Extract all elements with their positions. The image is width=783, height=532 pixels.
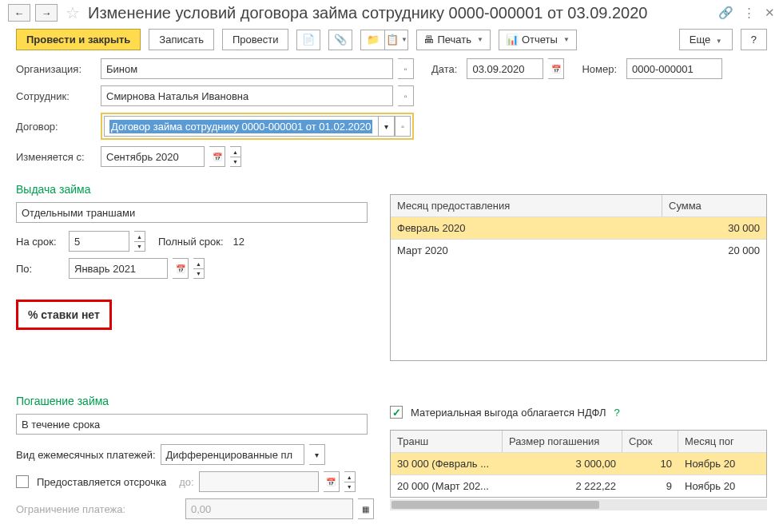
changes-calendar-icon[interactable]: 📅 xyxy=(209,146,225,167)
reports-button[interactable]: 📊 Отчеты▼ xyxy=(499,30,577,50)
back-button[interactable]: ← xyxy=(8,4,30,22)
contract-dropdown-icon[interactable]: ▾ xyxy=(379,116,395,137)
calendar-icon[interactable]: 📅 xyxy=(548,58,564,79)
employee-open-icon[interactable]: ▫ xyxy=(398,85,414,106)
full-term-value: 12 xyxy=(229,231,289,252)
link-icon[interactable]: 🔗 xyxy=(718,6,733,20)
th-sum[interactable]: Сумма xyxy=(662,195,766,216)
full-term-label: Полный срок: xyxy=(158,236,224,248)
date-label: Дата: xyxy=(431,63,457,75)
th-repay-month[interactable]: Месяц пог xyxy=(678,431,766,452)
contract-open-icon[interactable]: ▫ xyxy=(395,116,411,137)
contract-field: Договор займа сотруднику 0000-000001 от … xyxy=(101,113,414,140)
until-input[interactable]: Январь 2021 xyxy=(69,258,168,279)
term-input[interactable]: 5 xyxy=(69,231,129,252)
kebab-icon[interactable]: ⋮ xyxy=(743,6,755,20)
submit-button[interactable]: Провести xyxy=(222,29,289,50)
until-label: По: xyxy=(16,263,64,275)
more-button[interactable]: Еще ▼ xyxy=(679,29,733,50)
page-title: Изменение условий договора займа сотрудн… xyxy=(88,4,713,22)
contract-label: Договор: xyxy=(16,121,96,133)
horizontal-scrollbar[interactable] xyxy=(390,499,767,510)
org-label: Организация: xyxy=(16,63,96,75)
forward-button[interactable]: → xyxy=(35,4,58,22)
table-row[interactable]: 20 000 (Март 202... 2 222,22 9 Ноябрь 20 xyxy=(391,474,766,497)
pay-type-input[interactable]: Дифференцированные пл xyxy=(161,444,304,465)
term-label: На срок: xyxy=(16,236,64,248)
th-month[interactable]: Месяц предоставления xyxy=(391,195,662,216)
term-spinner[interactable]: ▲▼ xyxy=(134,231,145,252)
no-rate-box: % ставки нет xyxy=(16,300,112,330)
repay-table: Транш Размер погашения Срок Месяц пог 30… xyxy=(390,430,767,498)
save-button[interactable]: Записать xyxy=(149,29,214,50)
deferral-date-input xyxy=(199,471,319,492)
copy-icon[interactable]: 📋▼ xyxy=(384,30,408,50)
pay-type-label: Вид ежемесячных платежей: xyxy=(16,449,156,461)
number-input[interactable]: 0000-000001 xyxy=(626,58,722,79)
loan-section-title: Выдача займа xyxy=(16,183,374,196)
deferral-checkbox[interactable] xyxy=(16,475,29,488)
until-calendar-icon[interactable]: 📅 xyxy=(173,258,189,279)
th-tranche[interactable]: Транш xyxy=(391,431,503,452)
employee-input[interactable]: Смирнова Наталья Ивановна xyxy=(101,85,393,106)
benefit-checkbox[interactable]: ✓ xyxy=(390,406,403,419)
changes-from-input[interactable]: Сентябрь 2020 xyxy=(101,146,205,167)
folder-icon[interactable]: 📁 xyxy=(360,30,384,50)
attach-icon[interactable]: 📎 xyxy=(328,30,352,50)
help-button[interactable]: ? xyxy=(741,29,767,50)
document-icon[interactable]: 📄 xyxy=(296,30,320,50)
org-open-icon[interactable]: ▫ xyxy=(398,58,414,79)
until-spinner[interactable]: ▲▼ xyxy=(193,258,205,279)
changes-spinner[interactable]: ▲▼ xyxy=(230,146,241,167)
limit-calc-icon[interactable]: ▦ xyxy=(358,498,374,519)
contract-input[interactable]: Договор займа сотруднику 0000-000001 от … xyxy=(104,116,379,137)
changes-from-label: Изменяется с: xyxy=(16,151,96,163)
th-term[interactable]: Срок xyxy=(622,431,678,452)
table-row[interactable]: Март 2020 20 000 xyxy=(391,239,766,261)
loan-method-input[interactable]: Отдельными траншами xyxy=(16,202,368,223)
question-icon[interactable]: ? xyxy=(614,407,619,419)
table-row[interactable]: Февраль 2020 30 000 xyxy=(391,216,766,239)
org-input[interactable]: Бином xyxy=(101,58,393,79)
to-label: до: xyxy=(179,476,193,488)
star-icon[interactable]: ☆ xyxy=(66,3,80,22)
submit-close-button[interactable]: Провести и закрыть xyxy=(16,29,141,50)
close-icon[interactable]: ✕ xyxy=(765,6,775,20)
date-input[interactable]: 03.09.2020 xyxy=(467,58,543,79)
limit-input: 0,00 xyxy=(185,498,353,519)
limit-label: Ограничение платежа: xyxy=(16,503,125,515)
deferral-label: Предоставляется отсрочка xyxy=(37,476,166,488)
employee-label: Сотрудник: xyxy=(16,90,96,102)
deferral-calendar-icon[interactable]: 📅 xyxy=(324,471,340,492)
repay-section-title: Погашение займа xyxy=(16,395,374,407)
th-amount[interactable]: Размер погашения xyxy=(503,431,622,452)
deferral-spinner[interactable]: ▲▼ xyxy=(344,471,356,492)
repay-method-input[interactable]: В течение срока xyxy=(16,414,368,435)
tranches-table: Месяц предоставления Сумма Февраль 2020 … xyxy=(390,194,767,361)
print-button[interactable]: 🖶 Печать▼ xyxy=(416,30,491,50)
benefit-label: Материальная выгода облагается НДФЛ xyxy=(411,407,606,419)
table-row[interactable]: 30 000 (Февраль ... 3 000,00 10 Ноябрь 2… xyxy=(391,452,766,474)
number-label: Номер: xyxy=(582,63,617,75)
pay-type-dropdown-icon[interactable]: ▾ xyxy=(309,444,325,465)
